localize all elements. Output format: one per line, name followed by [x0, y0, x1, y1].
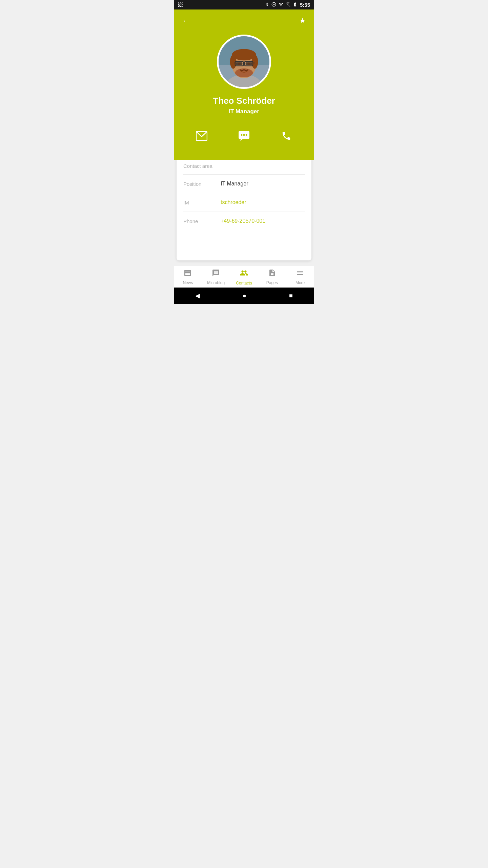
position-row: Position IT Manager [183, 174, 305, 193]
svg-rect-1 [273, 4, 275, 4]
svg-point-23 [241, 134, 242, 136]
android-nav-bar: ◀ ● ■ [174, 288, 314, 304]
position-label: Position [183, 181, 221, 187]
wifi-icon [278, 2, 284, 8]
nav-pages[interactable]: Pages [258, 266, 286, 288]
svg-point-24 [243, 134, 245, 136]
section-label: Contact area [183, 163, 305, 169]
hero-section: ← ★ [174, 9, 314, 160]
im-row: IM tschroeder [183, 193, 305, 212]
phone-button[interactable] [276, 126, 297, 146]
android-back-button[interactable]: ◀ [188, 289, 207, 302]
im-value[interactable]: tschroeder [221, 199, 246, 205]
svg-marker-22 [240, 139, 243, 141]
email-button[interactable] [191, 126, 212, 146]
status-image-icon: 🖼 [178, 2, 183, 7]
bluetooth-icon [265, 2, 269, 8]
hero-nav: ← ★ [181, 15, 307, 26]
svg-point-25 [245, 134, 247, 136]
favorite-button[interactable]: ★ [298, 15, 307, 26]
android-home-button[interactable]: ● [236, 290, 253, 302]
bottom-nav: News Microblog Contacts Pages [174, 266, 314, 288]
phone-label: Phone [183, 218, 221, 224]
svg-point-18 [238, 62, 241, 65]
signal-icon [286, 2, 290, 8]
contacts-icon [240, 269, 248, 279]
nav-microblog[interactable]: Microblog [202, 266, 230, 288]
action-buttons [181, 126, 307, 146]
news-icon [184, 269, 192, 279]
phone-value[interactable]: +49-69-20570-001 [221, 218, 265, 224]
battery-icon [292, 2, 298, 8]
nav-microblog-label: Microblog [207, 280, 225, 285]
microblog-icon [212, 269, 220, 279]
position-value: IT Manager [221, 181, 248, 187]
phone-row: Phone +49-69-20570-001 [183, 212, 305, 230]
pages-icon [268, 269, 276, 279]
message-icon [238, 131, 250, 141]
status-bar-right: 5:55 [265, 2, 310, 8]
avatar-container [217, 35, 271, 89]
avatar-image [219, 36, 269, 87]
contact-name: Theo Schröder [213, 96, 275, 106]
nav-contacts[interactable]: Contacts [230, 266, 258, 288]
android-recent-button[interactable]: ■ [282, 290, 300, 302]
nav-news-label: News [183, 280, 193, 285]
contact-card: Contact area Position IT Manager IM tsch… [177, 156, 311, 260]
message-button[interactable] [234, 126, 254, 146]
svg-point-19 [247, 62, 250, 65]
status-bar-left: 🖼 [178, 2, 183, 7]
contact-title: IT Manager [229, 108, 259, 115]
nav-more[interactable]: More [286, 266, 314, 288]
nav-contacts-label: Contacts [236, 281, 252, 285]
time-display: 5:55 [300, 2, 310, 8]
more-icon [296, 269, 304, 279]
nav-more-label: More [296, 280, 305, 285]
im-label: IM [183, 200, 221, 205]
back-button[interactable]: ← [181, 15, 191, 26]
nav-news[interactable]: News [174, 266, 202, 288]
status-bar: 🖼 5:55 [174, 0, 314, 9]
email-icon [196, 131, 207, 141]
minus-icon [271, 2, 276, 8]
nav-pages-label: Pages [266, 280, 278, 285]
phone-icon [281, 131, 291, 141]
